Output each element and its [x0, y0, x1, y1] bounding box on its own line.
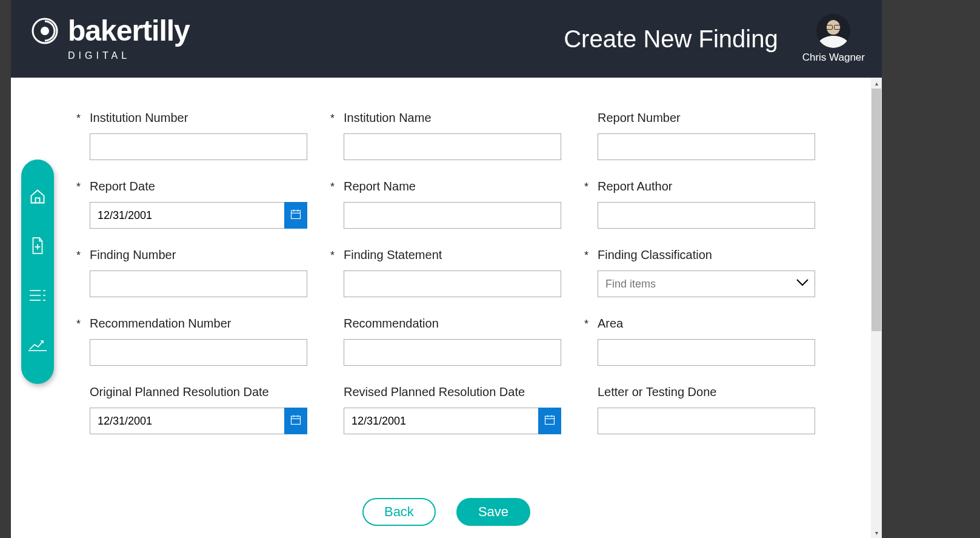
report-author-input[interactable] — [598, 202, 815, 229]
field-report-date: *Report Date — [90, 180, 307, 229]
field-institution-name: *Institution Name — [344, 111, 561, 160]
calendar-icon — [290, 414, 302, 428]
label-finding-statement: Finding Statement — [344, 248, 442, 262]
institution-number-input[interactable] — [90, 133, 307, 160]
label-letter-testing: Letter or Testing Done — [598, 385, 716, 399]
user-block[interactable]: Chris Wagner — [802, 14, 865, 64]
report-number-input[interactable] — [598, 133, 815, 160]
action-buttons: Back Save — [11, 498, 882, 526]
list-icon — [28, 288, 47, 305]
brand-swirl-icon — [30, 16, 59, 45]
label-report-date: Report Date — [90, 180, 155, 193]
recommendation-number-input[interactable] — [90, 339, 307, 366]
label-finding-number: Finding Number — [90, 248, 176, 262]
area-input[interactable] — [598, 339, 815, 366]
report-date-input[interactable] — [90, 202, 307, 229]
home-icon — [29, 188, 46, 207]
form-area: *Institution Number *Institution Name Re… — [11, 78, 882, 538]
original-resolution-date-input[interactable] — [90, 408, 307, 434]
svg-rect-13 — [292, 416, 301, 424]
brand-subtitle: DIGITAL — [68, 50, 190, 61]
field-area: *Area — [598, 317, 815, 366]
revised-resolution-date-input[interactable] — [344, 408, 561, 434]
label-institution-number: Institution Number — [90, 111, 188, 125]
brand-logo: bakertilly DIGITAL — [30, 16, 190, 61]
label-report-author: Report Author — [598, 180, 672, 193]
label-report-name: Report Name — [344, 180, 416, 193]
sidebar-item-new-document[interactable] — [28, 237, 47, 257]
scroll-down-arrow-icon[interactable]: ▾ — [871, 527, 882, 538]
save-button[interactable]: Save — [456, 498, 530, 526]
scroll-up-arrow-icon[interactable]: ▴ — [871, 78, 882, 89]
scroll-thumb[interactable] — [872, 89, 881, 331]
field-report-number: Report Number — [598, 111, 815, 160]
label-area: Area — [598, 317, 623, 331]
back-button[interactable]: Back — [362, 498, 436, 526]
field-revised-resolution-date: Revised Planned Resolution Date — [344, 385, 561, 434]
avatar[interactable] — [816, 14, 850, 48]
svg-rect-17 — [545, 416, 555, 424]
label-recommendation-number: Recommendation Number — [90, 317, 231, 331]
finding-number-input[interactable] — [90, 271, 307, 297]
finding-statement-input[interactable] — [344, 271, 561, 297]
required-star: * — [76, 112, 81, 125]
scrollbar[interactable]: ▴ ▾ — [871, 78, 882, 538]
label-original-resolution-date: Original Planned Resolution Date — [90, 385, 269, 399]
user-name: Chris Wagner — [802, 52, 865, 64]
page-title: Create New Finding — [564, 25, 778, 53]
letter-testing-input[interactable] — [598, 408, 815, 434]
field-letter-testing: Letter or Testing Done — [598, 385, 815, 434]
brand-name: bakertilly — [68, 16, 190, 45]
label-revised-resolution-date: Revised Planned Resolution Date — [344, 385, 525, 399]
field-recommendation: Recommendation — [344, 317, 561, 366]
field-finding-classification: *Finding Classification — [598, 248, 815, 297]
field-recommendation-number: *Recommendation Number — [90, 317, 307, 366]
sidebar-item-list[interactable] — [28, 287, 47, 306]
sidebar-item-home[interactable] — [28, 188, 47, 207]
report-date-calendar-button[interactable] — [284, 202, 307, 229]
svg-rect-9 — [292, 210, 301, 218]
chart-line-icon — [28, 337, 47, 354]
field-institution-number: *Institution Number — [90, 111, 307, 160]
label-institution-name: Institution Name — [344, 111, 432, 125]
svg-point-1 — [41, 27, 49, 35]
app-header: bakertilly DIGITAL Create New Finding Ch… — [11, 0, 882, 78]
field-finding-statement: *Finding Statement — [344, 248, 561, 297]
original-resolution-date-calendar-button[interactable] — [284, 408, 307, 434]
label-finding-classification: Finding Classification — [598, 248, 712, 262]
recommendation-input[interactable] — [344, 339, 561, 366]
sidebar — [21, 160, 54, 384]
sidebar-item-chart[interactable] — [28, 336, 47, 355]
calendar-icon — [544, 414, 556, 428]
field-report-author: *Report Author — [598, 180, 815, 229]
document-plus-icon — [30, 237, 45, 257]
calendar-icon — [290, 208, 302, 223]
revised-resolution-date-calendar-button[interactable] — [538, 408, 561, 434]
finding-classification-select[interactable] — [598, 271, 815, 297]
label-recommendation: Recommendation — [344, 317, 439, 331]
field-report-name: *Report Name — [344, 180, 561, 229]
label-report-number: Report Number — [598, 111, 681, 125]
field-original-resolution-date: Original Planned Resolution Date — [90, 385, 307, 434]
field-finding-number: *Finding Number — [90, 248, 307, 297]
report-name-input[interactable] — [344, 202, 561, 229]
institution-name-input[interactable] — [344, 133, 561, 160]
